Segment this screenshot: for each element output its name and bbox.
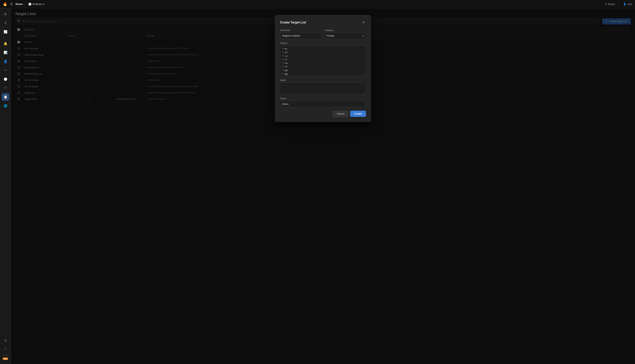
targets-textarea[interactable]: *.br *.cf *.cn *.cr *.eu *.fr *.ga *.gg <box>280 45 366 76</box>
user-icon: 👤 <box>623 3 626 6</box>
owner-input[interactable] <box>280 101 366 107</box>
chevron-down-icon: ▾ <box>43 3 45 6</box>
sidebar-item-history[interactable]: 🕐 <box>2 76 9 83</box>
modal-header: Create Target List ✕ <box>280 20 366 25</box>
export-button[interactable]: ⬇ Export <box>605 3 615 6</box>
sidebar-item-network[interactable]: 🌐 <box>2 102 9 110</box>
form-row-name-category: List Name Category Private Public Intern… <box>280 29 366 39</box>
main-layout: ⊞ ☰ 📈 🔔 📊 👤 〜 🕐 🛡 📋 🌐 🖨 ? v 2.1.0 Beta T… <box>0 8 635 364</box>
list-name-input[interactable] <box>280 32 322 39</box>
sidebar-item-help[interactable]: ? <box>2 345 9 353</box>
topbar-divider <box>26 2 26 6</box>
sidebar-bottom: 🖨 ? v 2.1.0 Beta <box>2 336 9 362</box>
sidebar-item-stats[interactable]: 📊 <box>2 49 9 56</box>
sidebar-item-analytics[interactable]: 📈 <box>2 28 9 36</box>
sidebar-item-alerts[interactable]: 🔔 <box>2 40 9 48</box>
topbar-logo: 🔥 <box>3 2 7 6</box>
sidebar-item-trends[interactable]: 〜 <box>2 66 9 74</box>
topbar: 🔥 ☰ Demo ⬜ All Boxes ▾ ⬇ Export 👤 User <box>0 0 635 8</box>
category-select[interactable]: Private Public Internal <box>324 32 366 39</box>
sidebar-item-target-lists[interactable]: 📋 <box>2 93 9 101</box>
modal-overlay: Create Target List ✕ List Name Category … <box>11 8 635 364</box>
category-label: Category <box>324 29 366 32</box>
notes-label: Notes <box>280 79 366 82</box>
user-menu[interactable]: 👤 User <box>623 3 632 6</box>
box-icon: ⬜ <box>29 3 31 6</box>
owner-label: Owner <box>280 97 366 100</box>
download-icon: ⬇ <box>605 3 607 6</box>
topbar-right: ⬇ Export 👤 User <box>605 2 632 6</box>
version-text: v 2.1.0 <box>3 354 8 356</box>
list-name-label: List Name <box>280 29 322 32</box>
sidebar: ⊞ ☰ 📈 🔔 📊 👤 〜 🕐 🛡 📋 🌐 🖨 ? v 2.1.0 Beta <box>0 8 11 364</box>
form-group-targets: Targets *.br *.cf *.cn *.cr *.eu *.fr *.… <box>280 42 366 76</box>
topbar-allboxes-button[interactable]: ⬜ All Boxes ▾ <box>29 3 45 6</box>
beta-badge: Beta <box>3 358 8 360</box>
category-select-wrapper: Private Public Internal <box>324 32 366 39</box>
modal-footer: Cancel Create <box>280 111 366 117</box>
sidebar-item-dashboard[interactable]: ⊞ <box>2 10 9 18</box>
sidebar-item-print[interactable]: 🖨 <box>2 336 9 344</box>
user-label: User <box>627 3 632 6</box>
modal-create-button[interactable]: Create <box>350 111 366 117</box>
form-group-notes: Notes <box>280 79 366 94</box>
modal-title: Create Target List <box>280 21 306 24</box>
create-target-list-modal: Create Target List ✕ List Name Category … <box>275 15 371 122</box>
export-label: Export <box>608 3 615 6</box>
targets-label: Targets <box>280 42 366 44</box>
topbar-menu-icon[interactable]: ☰ <box>10 2 13 6</box>
topbar-title: Demo <box>16 2 23 6</box>
form-group-owner: Owner <box>280 97 366 107</box>
allboxes-label: All Boxes <box>32 3 42 6</box>
sidebar-item-shield[interactable]: 🛡 <box>2 84 9 92</box>
cancel-button[interactable]: Cancel <box>333 111 348 117</box>
form-group-category: Category Private Public Internal <box>324 29 366 39</box>
sidebar-item-list[interactable]: ☰ <box>2 19 9 27</box>
sidebar-item-users[interactable]: 👤 <box>2 58 9 65</box>
form-group-list-name: List Name <box>280 29 322 39</box>
modal-close-button[interactable]: ✕ <box>361 20 366 25</box>
notes-textarea[interactable] <box>280 82 366 94</box>
main-content: Target Lists 🔍 ＋ Create Target List Sele… <box>11 8 635 364</box>
